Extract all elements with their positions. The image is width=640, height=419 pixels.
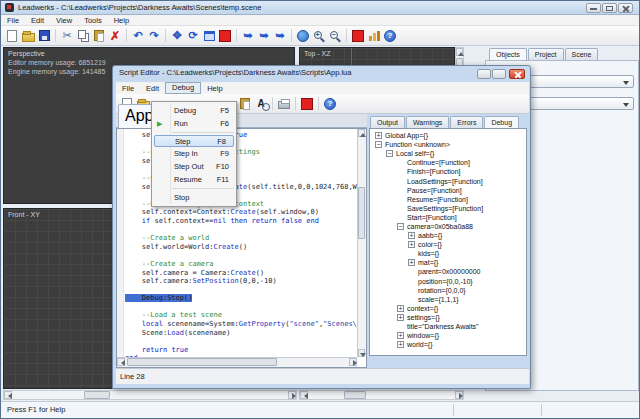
menu-item-step-in[interactable]: Step InF9 bbox=[152, 147, 236, 160]
close-button[interactable] bbox=[509, 69, 525, 79]
middle-hscrollbar[interactable] bbox=[299, 390, 464, 400]
scroll-thumb[interactable] bbox=[84, 391, 110, 399]
collapse-icon[interactable]: − bbox=[386, 150, 393, 157]
scroll-up-button[interactable] bbox=[358, 129, 365, 137]
minimize-button[interactable] bbox=[477, 69, 491, 79]
close-button[interactable] bbox=[618, 3, 633, 13]
delete-button[interactable]: ✗ bbox=[107, 27, 123, 44]
curve-arrow-3-button[interactable]: ➥ bbox=[272, 27, 288, 44]
menu-item-step[interactable]: StepF8 bbox=[154, 135, 234, 147]
tree-item[interactable]: +context={} bbox=[370, 304, 526, 313]
tree-item[interactable]: SaveSettings=[Function] bbox=[370, 204, 526, 213]
collapse-icon[interactable]: − bbox=[375, 141, 382, 148]
zoom-in-button[interactable]: + bbox=[311, 27, 327, 44]
debug-variable-tree[interactable]: +Global App={}−Function <unknown>−Local … bbox=[369, 128, 527, 356]
maximize-button[interactable] bbox=[602, 3, 617, 13]
code-vscrollbar[interactable] bbox=[357, 129, 366, 357]
open-file-button[interactable] bbox=[20, 27, 36, 44]
maximize-button[interactable] bbox=[492, 69, 506, 79]
expand-icon[interactable]: + bbox=[397, 305, 404, 312]
expand-icon[interactable]: + bbox=[397, 332, 404, 339]
tree-item[interactable]: +color={} bbox=[370, 240, 526, 249]
find-button[interactable]: A bbox=[253, 95, 269, 112]
help-button[interactable]: ? bbox=[322, 95, 338, 112]
scroll-left-button[interactable] bbox=[4, 391, 12, 399]
paste-button[interactable] bbox=[237, 95, 253, 112]
tree-item[interactable]: Finish=[Function] bbox=[370, 167, 526, 176]
menu-item-stop[interactable]: Stop bbox=[152, 191, 236, 204]
tab-project[interactable]: Project bbox=[528, 48, 564, 60]
tree-item[interactable]: Continue=[Function] bbox=[370, 158, 526, 167]
tree-item[interactable]: scale={1,1,1} bbox=[370, 295, 526, 304]
rotate-button[interactable]: ⟳ bbox=[185, 27, 201, 44]
script-editor-titlebar[interactable]: Script Editor - C:\Leadwerks\Projects\Da… bbox=[113, 66, 530, 81]
tree-item[interactable]: LoadSettings=[Function] bbox=[370, 176, 526, 185]
menu-file[interactable]: File bbox=[1, 15, 25, 26]
move-button[interactable]: ✥ bbox=[169, 27, 185, 44]
cut-button[interactable]: ✂ bbox=[59, 27, 75, 44]
tab-scene[interactable]: Scene bbox=[565, 48, 599, 60]
tree-item[interactable]: +world={} bbox=[370, 340, 526, 349]
tree-item[interactable]: title="Darkness Awaits" bbox=[370, 322, 526, 331]
output-tab-errors[interactable]: Errors bbox=[450, 116, 483, 128]
scroll-left-button[interactable] bbox=[300, 391, 308, 399]
expand-icon[interactable]: + bbox=[408, 232, 415, 239]
tree-item[interactable]: parent=0x00000000 bbox=[370, 267, 526, 276]
main-titlebar[interactable]: Leadwerks - C:\Leadwerks\Projects\Darkne… bbox=[1, 1, 640, 15]
tree-item[interactable]: +aabb={} bbox=[370, 231, 526, 240]
new-file-button[interactable] bbox=[4, 27, 20, 44]
scroll-down-button[interactable] bbox=[358, 349, 365, 357]
stop-button[interactable] bbox=[299, 95, 315, 112]
stop-button[interactable] bbox=[217, 27, 233, 44]
save-button[interactable] bbox=[36, 27, 52, 44]
scroll-left-button[interactable] bbox=[117, 358, 125, 366]
tree-item[interactable]: +settings={} bbox=[370, 313, 526, 322]
zoom-out-button[interactable]: − bbox=[327, 27, 343, 44]
globe-button[interactable] bbox=[295, 27, 311, 44]
tree-item[interactable]: Pause=[Function] bbox=[370, 186, 526, 195]
curve-arrow-2-button[interactable]: ➥ bbox=[256, 27, 272, 44]
menu-view[interactable]: View bbox=[50, 15, 78, 26]
menu-item-resume[interactable]: ResumeF11 bbox=[152, 173, 236, 186]
copy-button[interactable] bbox=[75, 27, 91, 44]
scale-button[interactable] bbox=[201, 27, 217, 44]
tree-item[interactable]: rotation={0,0,0} bbox=[370, 286, 526, 295]
expand-icon[interactable]: + bbox=[397, 341, 404, 348]
redo-button[interactable]: ↷ bbox=[146, 27, 162, 44]
tree-item[interactable]: +Global App={} bbox=[370, 131, 526, 140]
scroll-thumb[interactable] bbox=[127, 358, 277, 366]
expand-icon[interactable]: + bbox=[408, 259, 415, 266]
menu-edit[interactable]: Edit bbox=[140, 83, 165, 94]
expand-icon[interactable]: + bbox=[397, 314, 404, 321]
minimize-button[interactable] bbox=[586, 3, 601, 13]
menu-file[interactable]: File bbox=[116, 83, 140, 94]
scroll-right-button[interactable] bbox=[288, 391, 296, 399]
help-button[interactable]: ? bbox=[382, 27, 398, 44]
tree-item[interactable]: +window={} bbox=[370, 331, 526, 340]
tree-item[interactable]: +mat={} bbox=[370, 258, 526, 267]
output-tab-warnings[interactable]: Warnings bbox=[406, 116, 449, 128]
run-stop-button[interactable] bbox=[350, 27, 366, 44]
tree-item[interactable]: Start=[Function] bbox=[370, 213, 526, 222]
tree-item[interactable]: −camera=0x05ba0a88 bbox=[370, 222, 526, 231]
menu-debug[interactable]: Debug bbox=[165, 82, 201, 94]
undo-button[interactable]: ↶ bbox=[130, 27, 146, 44]
tree-item[interactable]: −Local self={} bbox=[370, 149, 526, 158]
tree-item[interactable]: position={0,0,-10} bbox=[370, 277, 526, 286]
menu-edit[interactable]: Edit bbox=[25, 15, 50, 26]
scroll-up-button[interactable] bbox=[456, 48, 463, 56]
output-tab-output[interactable]: Output bbox=[370, 116, 405, 128]
left-hscrollbar[interactable] bbox=[3, 390, 297, 400]
tree-item[interactable]: kids={} bbox=[370, 249, 526, 258]
menu-tools[interactable]: Tools bbox=[78, 15, 108, 26]
paste-button[interactable] bbox=[91, 27, 107, 44]
stats-chart-button[interactable] bbox=[366, 27, 382, 44]
expand-icon[interactable]: + bbox=[408, 241, 415, 248]
scroll-thumb[interactable] bbox=[344, 391, 366, 399]
tree-item[interactable]: −Function <unknown> bbox=[370, 140, 526, 149]
curve-arrow-1-button[interactable]: ➥ bbox=[240, 27, 256, 44]
print-button[interactable] bbox=[276, 95, 292, 112]
scroll-thumb[interactable] bbox=[358, 187, 365, 239]
collapse-icon[interactable]: − bbox=[397, 223, 404, 230]
tree-item[interactable]: Resume=[Function] bbox=[370, 195, 526, 204]
